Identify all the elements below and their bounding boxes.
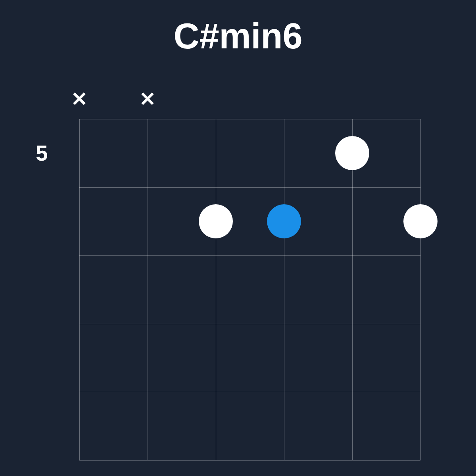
fret-line [79, 324, 420, 324]
fret-line [79, 187, 420, 188]
finger-dot [199, 204, 233, 238]
string-line [148, 119, 148, 460]
string-line [284, 119, 284, 460]
fret-line [79, 119, 420, 119]
fret-line [79, 460, 420, 461]
finger-dot [403, 204, 438, 238]
root-note-dot [267, 204, 301, 238]
mute-string-icon: ✕ [139, 89, 156, 109]
finger-dot [335, 136, 369, 170]
fret-line [79, 392, 420, 392]
string-line [352, 119, 353, 460]
fret-line [79, 255, 420, 256]
fretboard-grid [79, 119, 420, 460]
mute-string-icon: ✕ [71, 89, 88, 109]
string-line [420, 119, 421, 460]
string-line [216, 119, 216, 460]
chord-title: C#min6 [0, 16, 476, 57]
chord-diagram: C#min6 5 ✕✕ [0, 0, 476, 476]
starting-fret-label: 5 [36, 140, 48, 166]
string-line [79, 119, 80, 460]
